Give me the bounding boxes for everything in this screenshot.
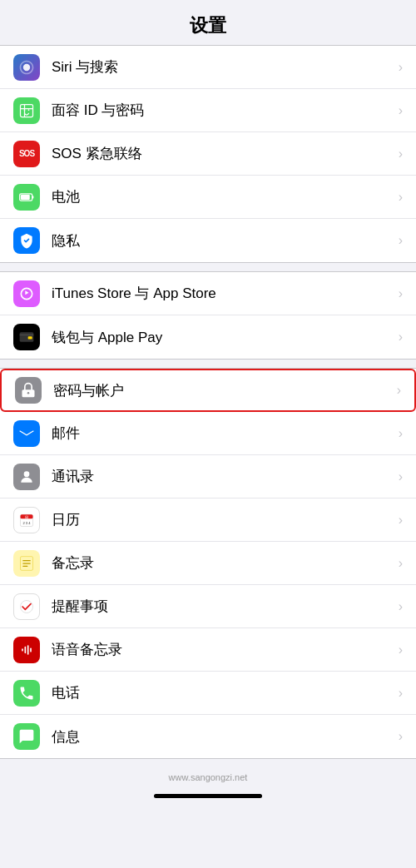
reminders-label: 提醒事项 [52,597,395,616]
itunes-label: iTunes Store 与 App Store [52,284,395,303]
chevron-icon: › [399,103,403,118]
wallet-icon [13,324,40,350]
voice-icon [13,637,40,663]
chevron-icon: › [399,286,403,301]
calendar-icon: 日 2 3 4 [13,507,40,533]
svg-point-1 [24,109,26,111]
contacts-label: 通讯录 [52,467,395,486]
svg-rect-10 [20,428,34,439]
chevron-icon: › [399,469,403,484]
chevron-icon: › [399,330,403,345]
faceid-icon [13,97,40,124]
svg-text:日: 日 [25,514,28,518]
notes-label: 备忘录 [52,553,395,573]
siri-label: Siri 与搜索 [52,57,395,77]
chevron-icon: › [399,190,403,205]
calendar-label: 日历 [52,510,395,529]
chevron-icon: › [397,383,401,398]
chevron-icon: › [399,729,403,744]
settings-group-2: iTunes Store 与 App Store › 钱包与 Apple Pay… [0,271,416,360]
itunes-icon [13,280,40,307]
settings-item-passwords[interactable]: 密码与帐户 › [0,369,416,412]
settings-item-notes[interactable]: 备忘录 › [0,542,416,585]
home-indicator [154,794,262,798]
wallet-label: 钱包与 Apple Pay [52,328,395,347]
passwords-label: 密码与帐户 [53,381,394,400]
settings-item-privacy[interactable]: 隐私 › [0,219,416,262]
messages-label: 信息 [52,727,395,746]
passwords-icon [15,377,42,404]
contacts-icon [13,464,40,490]
mail-icon [13,420,40,447]
chevron-icon: › [399,60,403,75]
bottom-bar [0,787,416,811]
svg-point-2 [28,109,30,111]
page-title-bar: 设置 [0,0,416,45]
settings-item-wallet[interactable]: 钱包与 Apple Pay › [0,315,416,359]
faceid-label: 面容 ID 与密码 [52,101,395,120]
page-title: 设置 [0,13,416,38]
chevron-icon: › [399,146,403,161]
settings-item-voice[interactable]: 语音备忘录 › [0,628,416,672]
settings-item-battery[interactable]: 电池 › [0,176,416,219]
privacy-label: 隐私 [52,231,395,250]
svg-rect-4 [32,196,34,198]
chevron-icon: › [399,686,403,701]
siri-icon [13,54,40,81]
settings-item-mail[interactable]: 邮件 › [0,412,416,455]
reminders-icon [13,593,40,620]
settings-item-itunes[interactable]: iTunes Store 与 App Store › [0,272,416,315]
svg-rect-23 [30,647,32,652]
phone-label: 电话 [52,683,395,702]
settings-item-contacts[interactable]: 通讯录 › [0,455,416,498]
chevron-icon: › [399,426,403,441]
sos-label: SOS 紧急联络 [52,144,395,163]
svg-point-11 [24,471,30,477]
settings-item-sos[interactable]: SOS SOS 紧急联络 › [0,132,416,176]
voice-label: 语音备忘录 [52,640,395,659]
settings-item-phone[interactable]: 电话 › [0,672,416,715]
settings-item-messages[interactable]: 信息 › [0,715,416,758]
messages-icon [13,723,40,750]
svg-rect-5 [21,195,30,200]
mail-label: 邮件 [52,424,395,443]
sos-text: SOS [19,149,34,158]
svg-rect-22 [27,645,29,655]
phone-icon [13,680,40,707]
sos-icon: SOS [13,141,40,167]
settings-item-reminders[interactable]: 提醒事项 › [0,585,416,628]
chevron-icon: › [399,233,403,248]
privacy-icon [13,227,40,254]
battery-icon [13,184,40,211]
svg-rect-20 [22,648,23,651]
svg-rect-21 [25,646,27,652]
settings-item-siri[interactable]: Siri 与搜索 › [0,46,416,89]
chevron-icon: › [399,556,403,571]
settings-group-3: 密码与帐户 › 邮件 › 通讯录 › 日 2 [0,368,416,759]
svg-point-9 [27,392,30,394]
chevron-icon: › [399,642,403,657]
settings-item-calendar[interactable]: 日 2 3 4 日历 › [0,498,416,542]
svg-point-0 [23,63,30,70]
svg-rect-7 [28,336,32,339]
battery-label: 电池 [52,187,395,206]
settings-item-faceid[interactable]: 面容 ID 与密码 › [0,89,416,132]
watermark: www.sangongzi.net [0,767,416,787]
chevron-icon: › [399,513,403,528]
settings-group-1: Siri 与搜索 › 面容 ID 与密码 › SOS SOS 紧急联络 › [0,45,416,263]
chevron-icon: › [399,599,403,614]
notes-icon [13,550,40,577]
